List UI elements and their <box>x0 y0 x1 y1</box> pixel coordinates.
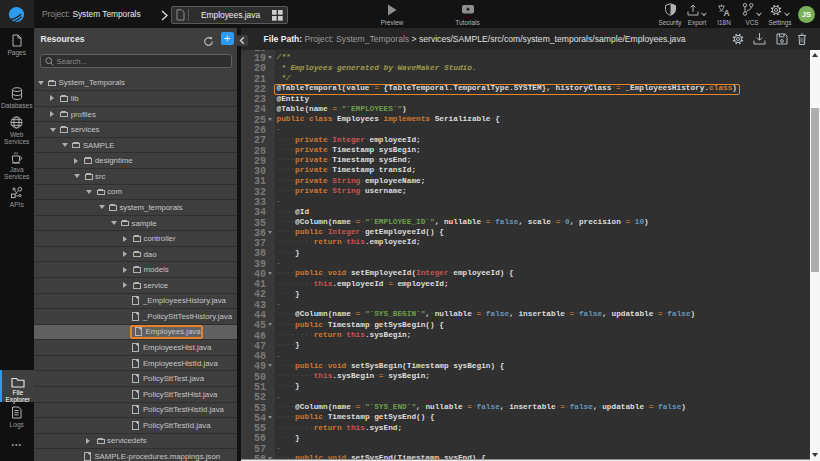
svg-text:A: A <box>723 7 729 16</box>
